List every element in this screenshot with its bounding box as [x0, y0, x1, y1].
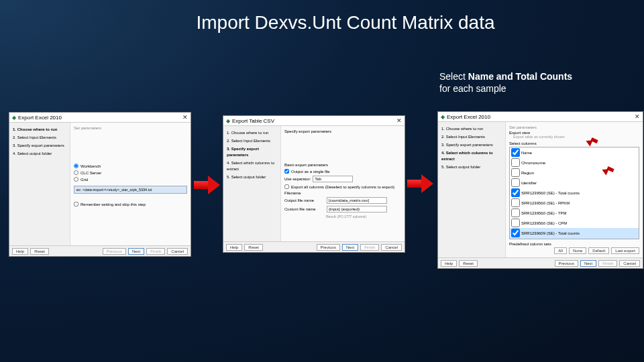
close-icon[interactable]: ✕	[396, 117, 402, 124]
column-checkbox-row[interactable]: SRR1239560 (SE) - RPKM	[510, 198, 639, 208]
column-checkbox[interactable]	[511, 188, 520, 197]
titlebar: ◆ Export Excel 2010 ✕	[438, 112, 643, 122]
reset-button[interactable]: Reset	[30, 248, 49, 255]
column-checkbox-row[interactable]: SRR1239560 (SE) - CPM	[510, 218, 639, 228]
step-3: 3. Specify export parameters	[13, 143, 66, 149]
wizard-steps: 1. Choose where to run 2. Select Input E…	[438, 122, 505, 258]
column-checkbox[interactable]	[511, 158, 520, 167]
column-label: Chromosome	[521, 161, 545, 165]
finish-button[interactable]: Finish	[360, 244, 379, 251]
next-button[interactable]: Next	[342, 244, 358, 251]
column-label: SRR1239560 (SE) - Total counts	[521, 191, 580, 195]
custom-filename-input[interactable]	[327, 206, 387, 213]
help-button[interactable]: Help	[441, 260, 457, 267]
check-label: Remember setting and skip this step	[80, 202, 146, 206]
dialog-title: Export Excel 2010	[447, 114, 490, 120]
export-view-value: Export table as currently shown	[513, 135, 639, 139]
next-button[interactable]: Next	[128, 248, 144, 255]
column-checkbox[interactable]	[511, 178, 520, 187]
path-display: ex: <data-import>\<study>_star_crpk_5334…	[74, 186, 187, 194]
none-button[interactable]: None	[569, 247, 586, 254]
dialog-export-csv: ◆ Export Table CSV ✕ 1. Choose where to …	[223, 115, 405, 253]
caption-pre: Select	[439, 71, 468, 82]
radio-workbench[interactable]: Workbench	[74, 164, 187, 168]
app-icon: ◆	[226, 118, 230, 124]
radio-label: Workbench	[80, 164, 101, 168]
output-filename-input[interactable]	[327, 197, 387, 204]
column-checkbox-row[interactable]: SRR1239609 (SE) - Total counts	[510, 228, 639, 238]
finish-button[interactable]: Finish	[598, 260, 617, 267]
caption-bold: Name and Total Counts	[468, 71, 572, 82]
pane-header: Specify export parameters	[284, 129, 401, 133]
cancel-button[interactable]: Cancel	[167, 248, 188, 255]
column-checkbox-row[interactable]: SRR1239609 (SE) - RPKM	[510, 238, 639, 239]
columns-listbox[interactable]: NameChromosomeRegionIdentifierSRR1239560…	[509, 147, 639, 239]
column-checkbox[interactable]	[511, 219, 520, 227]
chk-export-all[interactable]: Export all columns (Deselect to specify …	[284, 184, 401, 189]
main-pane: Set parameters Workbench CLC Server Grid…	[70, 123, 191, 246]
step-1: 1. Choose where to run	[227, 130, 277, 136]
radio-clc-server[interactable]: CLC Server	[74, 170, 187, 175]
main-pane: Specify export parameters Basic export p…	[280, 126, 405, 242]
custom-filename-field: Custom file name	[284, 206, 401, 213]
step-4: 4. Select output folder	[13, 151, 66, 157]
column-checkbox[interactable]	[511, 198, 520, 207]
help-button[interactable]: Help	[226, 244, 242, 251]
chk-remember[interactable]: Remember setting and skip this step	[74, 202, 187, 206]
previous-button[interactable]: Previous	[317, 244, 340, 251]
radio-label: Grid	[80, 178, 88, 182]
finish-button[interactable]: Finish	[146, 248, 165, 255]
step-4: 4. Select which columns to extract	[441, 150, 502, 162]
reset-button[interactable]: Reset	[244, 244, 263, 251]
column-checkbox-row[interactable]: SRR1239560 (SE) - Total counts	[510, 188, 639, 198]
column-label: SRR1239560 (SE) - RPKM	[521, 201, 570, 205]
select-columns-label: Select columns	[509, 141, 639, 145]
step-5: 5. Select output folder	[441, 164, 502, 170]
dialog-title: Export Excel 2010	[18, 115, 62, 121]
button-bar: Help Reset Previous Next Finish Cancel	[223, 241, 405, 252]
check-label: Export all columns (Deselect to specify …	[291, 185, 394, 189]
reset-button[interactable]: Reset	[459, 260, 478, 267]
column-checkbox[interactable]	[511, 229, 520, 237]
dialog-export-excel-1: ◆ Export Excel 2010 ✕ 1. Choose where to…	[9, 112, 191, 257]
radio-label: CLC Server	[80, 171, 101, 175]
next-button[interactable]: Next	[580, 260, 596, 267]
chk-single-file[interactable]: Output as a single file	[284, 169, 401, 174]
step-1: 1. Choose where to run	[13, 127, 66, 133]
column-checkbox-row[interactable]: Region	[510, 168, 639, 178]
column-checkbox[interactable]	[511, 168, 520, 177]
column-checkbox[interactable]	[511, 239, 520, 239]
close-icon[interactable]: ✕	[182, 114, 188, 121]
step-2: 2. Select Input Elements	[441, 134, 502, 140]
field-label: Use separator:	[284, 177, 311, 181]
check-label: Output as a single file	[291, 170, 330, 174]
column-checkbox-row[interactable]: Name	[510, 147, 639, 158]
slide-title: Import Dexvs.Unt Count Matrix data	[0, 0, 644, 34]
close-icon[interactable]: ✕	[635, 113, 640, 120]
column-checkbox-row[interactable]: Identifier	[510, 178, 639, 188]
separator-input[interactable]	[313, 176, 353, 182]
radio-grid[interactable]: Grid	[74, 177, 187, 182]
predefined-label: Predefined column sets	[509, 242, 639, 246]
column-label: SRR1239609 (SE) - Total counts	[521, 231, 580, 235]
caption: Select Name and Total Counts for each sa…	[439, 70, 572, 95]
previous-button[interactable]: Previous	[103, 248, 126, 255]
last-export-button[interactable]: Last export	[611, 247, 639, 254]
cancel-button[interactable]: Cancel	[381, 244, 402, 251]
all-button[interactable]: All	[554, 247, 567, 254]
column-checkbox[interactable]	[511, 208, 520, 217]
cancel-button[interactable]: Cancel	[619, 260, 640, 267]
default-button[interactable]: Default	[588, 247, 609, 254]
step-4: 4. Select which columns to extract	[227, 160, 277, 172]
step-2: 2. Select Input Elements	[13, 135, 66, 141]
button-bar: Help Reset Previous Next Finish Cancel	[438, 257, 643, 268]
section-basic: Basic export parameters	[284, 163, 401, 167]
filename-hint: Result: {PC-1777 columns}	[326, 215, 401, 219]
separator-field: Use separator:	[284, 176, 401, 182]
column-checkbox-row[interactable]: SRR1239560 (SE) - TPM	[510, 208, 639, 218]
column-checkbox-row[interactable]: Chromosome	[510, 158, 639, 168]
help-button[interactable]: Help	[12, 248, 28, 255]
previous-button[interactable]: Previous	[555, 260, 578, 267]
column-checkbox[interactable]	[511, 148, 520, 157]
arrow-pointer-icon	[602, 166, 615, 173]
